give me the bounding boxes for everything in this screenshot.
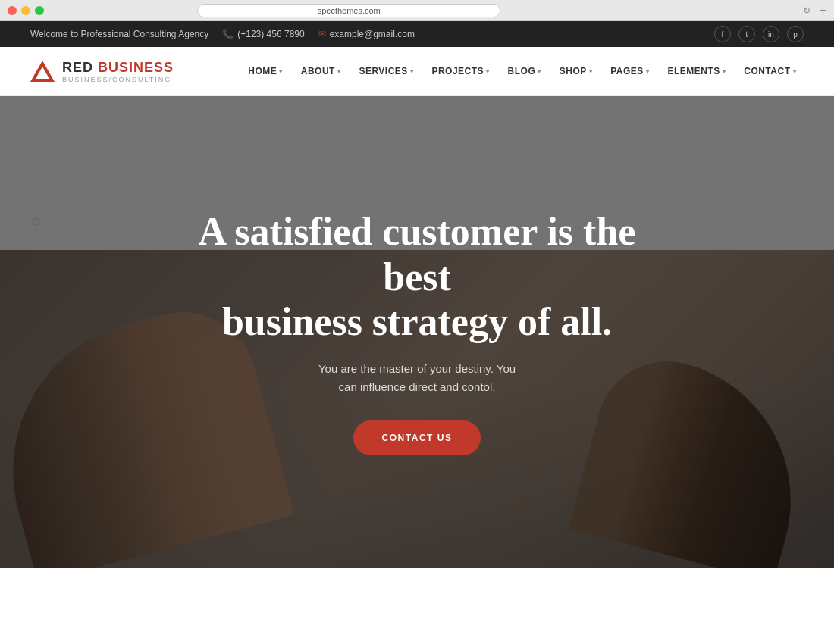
nav-link-blog[interactable]: BLOG ▾ <box>500 60 549 83</box>
navbar: RED BUSINESS BUSINESS/CONSULTING HOME ▾ … <box>0 47 834 96</box>
phone-info: 📞 (+123) 456 7890 <box>222 29 304 39</box>
nav-link-home[interactable]: HOME ▾ <box>240 60 290 83</box>
logo-triangle-icon <box>30 61 55 82</box>
url-text: specthemes.com <box>318 6 381 15</box>
twitter-icon[interactable]: t <box>738 26 755 42</box>
hero-heading-line2: business strategy of all. <box>222 300 612 343</box>
nav-link-pages[interactable]: PAGES ▾ <box>603 60 657 83</box>
nav-item-services: SERVICES ▾ <box>351 60 421 83</box>
chevron-down-icon: ▾ <box>793 68 797 75</box>
hero-heading: A satisfied customer is the best busines… <box>174 209 660 345</box>
nav-item-shop: SHOP ▾ <box>552 60 600 83</box>
nav-menu: HOME ▾ ABOUT ▾ SERVICES ▾ PROJECTS ▾ BLO <box>240 60 804 83</box>
nav-item-contact: CONTACT ▾ <box>736 60 804 83</box>
nav-link-shop[interactable]: SHOP ▾ <box>552 60 600 83</box>
nav-item-blog: BLOG ▾ <box>500 60 549 83</box>
nav-item-home: HOME ▾ <box>240 60 290 83</box>
nav-item-pages: PAGES ▾ <box>603 60 657 83</box>
chevron-down-icon: ▾ <box>279 68 283 75</box>
contact-us-button[interactable]: CONTACT US <box>353 420 481 455</box>
facebook-icon[interactable]: f <box>714 26 731 42</box>
minimize-dot[interactable] <box>21 6 30 15</box>
url-bar[interactable]: specthemes.com <box>197 4 500 17</box>
nav-link-contact[interactable]: CONTACT ▾ <box>736 60 804 83</box>
chevron-down-icon: ▾ <box>486 68 490 75</box>
top-bar-left: Welcome to Professional Consulting Agenc… <box>30 29 415 39</box>
nav-item-projects: PROJECTS ▾ <box>424 60 497 83</box>
hero-section: ⚙ A satisfied customer is the best busin… <box>0 96 834 568</box>
hero-subtext-line2: can influence direct and contol. <box>339 380 496 393</box>
maximize-dot[interactable] <box>35 6 44 15</box>
hero-subtext-line1: You are the master of your destiny. You <box>318 362 516 375</box>
chevron-down-icon: ▾ <box>538 68 541 75</box>
top-bar-right: f t in p <box>714 26 804 42</box>
browser-chrome: specthemes.com ↻ + <box>0 0 834 21</box>
instagram-icon[interactable]: in <box>763 26 779 42</box>
chevron-down-icon: ▾ <box>723 68 726 75</box>
logo-subtitle: BUSINESS/CONSULTING <box>62 76 174 83</box>
new-tab-icon[interactable]: + <box>820 4 826 17</box>
hero-heading-line1: A satisfied customer is the best <box>199 210 636 299</box>
chevron-down-icon: ▾ <box>337 68 341 75</box>
nav-item-elements: ELEMENTS ▾ <box>660 60 733 83</box>
phone-icon: 📞 <box>222 29 234 39</box>
email-address: example@gmail.com <box>330 29 415 39</box>
settings-gear-icon[interactable]: ⚙ <box>30 214 41 229</box>
hero-content: A satisfied customer is the best busines… <box>159 209 675 455</box>
nav-item-about: ABOUT ▾ <box>293 60 349 83</box>
welcome-text: Welcome to Professional Consulting Agenc… <box>30 29 208 39</box>
logo-text: RED BUSINESS BUSINESS/CONSULTING <box>62 60 174 83</box>
nav-link-elements[interactable]: ELEMENTS ▾ <box>660 60 733 83</box>
top-bar: Welcome to Professional Consulting Agenc… <box>0 21 834 47</box>
email-info: ✉ example@gmail.com <box>318 29 415 39</box>
refresh-icon[interactable]: ↻ <box>803 5 810 16</box>
pinterest-icon[interactable]: p <box>787 26 804 42</box>
logo[interactable]: RED BUSINESS BUSINESS/CONSULTING <box>30 60 174 83</box>
chevron-down-icon: ▾ <box>410 68 414 75</box>
logo-brand-second: BUSINESS <box>98 60 174 75</box>
chevron-down-icon: ▾ <box>589 68 593 75</box>
logo-brand-first: RED <box>62 60 93 75</box>
nav-link-about[interactable]: ABOUT ▾ <box>293 60 349 83</box>
nav-link-services[interactable]: SERVICES ▾ <box>351 60 421 83</box>
nav-link-projects[interactable]: PROJECTS ▾ <box>424 60 497 83</box>
close-dot[interactable] <box>8 6 17 15</box>
hero-subtext: You are the master of your destiny. You … <box>174 360 660 396</box>
email-icon: ✉ <box>318 29 326 39</box>
phone-number: (+123) 456 7890 <box>237 29 304 39</box>
chevron-down-icon: ▾ <box>646 68 650 75</box>
